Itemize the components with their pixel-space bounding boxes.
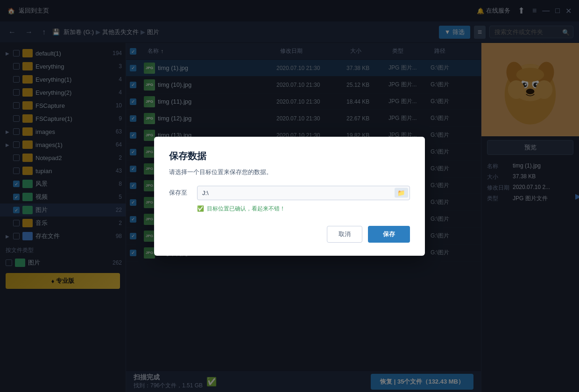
modal-save-row: 保存至 📁 [169, 186, 410, 200]
modal-overlay: 保存数据 请选择一个目标位置来保存您的数据。 保存至 📁 ✅ 目标位置已确认，看… [0, 0, 579, 392]
valid-text: 目标位置已确认，看起来不错！ [207, 205, 285, 213]
modal-desc: 请选择一个目标位置来保存您的数据。 [169, 168, 410, 176]
modal-save-label: 保存至 [169, 189, 197, 197]
modal-save-button[interactable]: 保存 [368, 226, 410, 243]
valid-check-icon: ✅ [197, 205, 204, 212]
modal-input-wrap: 📁 [197, 186, 410, 200]
modal-cancel-button[interactable]: 取消 [327, 226, 362, 243]
modal-title: 保存数据 [169, 150, 410, 162]
modal-path-input[interactable] [197, 186, 410, 200]
save-data-modal: 保存数据 请选择一个目标位置来保存您的数据。 保存至 📁 ✅ 目标位置已确认，看… [154, 137, 425, 256]
modal-actions: 取消 保存 [169, 226, 410, 243]
modal-folder-button[interactable]: 📁 [395, 188, 408, 198]
modal-valid-message: ✅ 目标位置已确认，看起来不错！ [197, 205, 410, 213]
